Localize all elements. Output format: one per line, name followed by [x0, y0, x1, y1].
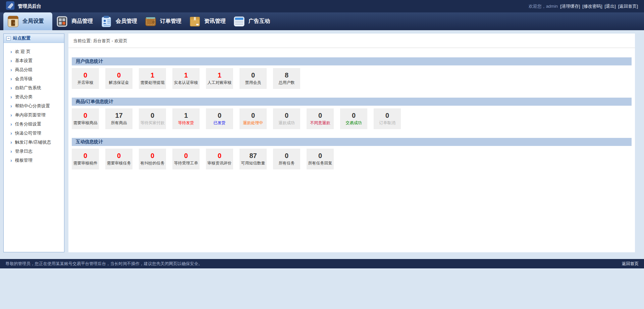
tab-label: 广告互动	[249, 18, 270, 25]
stat-label: 所有商品	[111, 120, 127, 126]
stat-card: 1 实名认证审核	[172, 68, 200, 89]
stat-card-row: 0 需要审核稿件 0 需要审核任务 0 有纠纷的任务 0 等待受理工单 0	[72, 149, 632, 169]
sidebar-item-login-logs[interactable]: ›登录日志	[4, 147, 64, 156]
stat-label: 总用户数	[279, 80, 295, 86]
footer-back-home-link[interactable]: 返回首页	[622, 261, 639, 267]
stat-value: 0	[285, 112, 288, 119]
stat-label: 所有任务回复	[308, 160, 332, 166]
chevron-right-icon: ›	[10, 76, 12, 82]
wallet-icon	[144, 15, 157, 28]
section-interaction-stats: 互动信息统计 0 需要审核稿件 0 需要审核任务 0 有纠纷的任务 0 等待受理…	[72, 138, 632, 169]
stat-card: 0 等待买家付款	[139, 108, 166, 129]
welcome-text: 欢迎您，admin	[529, 3, 558, 9]
sidebar-item-help-center-categories[interactable]: ›帮助中心分类设置	[4, 101, 64, 110]
stat-value: 0	[84, 72, 87, 79]
stat-label: 人工对账审核	[208, 80, 232, 86]
sidebar-header-site-config[interactable]: − 站点配置	[4, 34, 64, 43]
tab-news-management[interactable]: 资讯管理	[185, 12, 229, 30]
sidebar-menu: ›欢 迎 页 ›基本设置 ›商品分组 ›会员等级 ›自助广告系统 ›资讯分类 ›…	[4, 47, 64, 165]
topbar-brand: 管理员后台	[6, 1, 41, 11]
sidebar-item-task-groups[interactable]: ›任务分组设置	[4, 119, 64, 128]
stat-value: 1	[184, 112, 188, 119]
tab-member-management[interactable]: 会员管理	[97, 12, 141, 30]
sidebar-item-template-management[interactable]: ›模板管理	[4, 156, 64, 165]
stat-card: 0 禁用会员	[239, 68, 267, 89]
stat-value: 0	[117, 152, 121, 159]
news-list-icon	[233, 15, 246, 28]
stat-value: 0	[385, 112, 389, 119]
stat-value: 0	[251, 112, 255, 119]
section-title: 用户信息统计	[72, 57, 632, 65]
stat-card: 0 开店审核	[72, 68, 99, 89]
section-title: 互动信息统计	[72, 138, 632, 146]
stat-card: 1 需要处理提现	[139, 68, 166, 89]
sidebar-item-trigger-order-shop-status[interactable]: ›触发订单/店铺状态	[4, 138, 64, 147]
chevron-right-icon: ›	[10, 158, 12, 163]
breadcrumb: 当前位置: 后台首页 - 欢迎页	[68, 34, 635, 48]
stat-value: 0	[218, 152, 221, 159]
app-title: 管理员后台	[18, 3, 41, 9]
stat-label: 等待发货	[178, 120, 194, 126]
chevron-right-icon: ›	[10, 149, 12, 154]
sidebar-item-label: 商品分组	[15, 67, 33, 73]
main-panel: 当前位置: 后台首页 - 欢迎页 用户信息统计 0 开店审核 0 解冻保证金 1…	[68, 34, 635, 252]
stat-value: 0	[84, 152, 87, 159]
stat-label: 退款处理中	[243, 120, 263, 126]
sidebar-item-news-categories[interactable]: ›资讯分类	[4, 92, 64, 101]
sidebar-item-welcome-page[interactable]: ›欢 迎 页	[4, 47, 64, 56]
chevron-right-icon: ›	[10, 85, 12, 91]
sidebar-item-self-ad-system[interactable]: ›自助广告系统	[4, 83, 64, 92]
package-icon	[189, 15, 201, 28]
tab-label: 资讯管理	[204, 18, 226, 25]
sidebar-item-express-companies[interactable]: ›快递公司管理	[4, 128, 64, 138]
stat-label: 禁用会员	[245, 80, 261, 86]
stat-card: 0 需要审核任务	[105, 149, 132, 169]
logout-link[interactable]: [退出]	[605, 3, 616, 9]
stat-value: 0	[352, 112, 356, 119]
stat-card: 0 解冻保证金	[105, 68, 132, 89]
sidebar-item-label: 单内容页面管理	[15, 112, 46, 118]
section-user-stats: 用户信息统计 0 开店审核 0 解冻保证金 1 需要处理提现 1 实名认证审核	[72, 57, 632, 89]
stat-value: 0	[151, 112, 154, 119]
stat-value: 1	[151, 72, 154, 79]
tab-label: 全局设置	[22, 18, 44, 25]
stat-card: 0 需要审核商品	[72, 108, 99, 129]
stat-label: 解冻保证金	[109, 80, 129, 86]
sidebar-item-single-page-management[interactable]: ›单内容页面管理	[4, 110, 64, 119]
stat-card: 0 等待受理工单	[172, 149, 200, 169]
collapse-minus-icon[interactable]: −	[6, 36, 11, 41]
products-grid-icon	[56, 15, 68, 28]
sidebar-item-label: 基本设置	[15, 58, 33, 64]
tab-label: 会员管理	[116, 18, 137, 25]
back-home-link[interactable]: [返回首页]	[618, 3, 638, 9]
clear-cache-link[interactable]: [清理缓存]	[560, 3, 580, 9]
stat-value: 17	[115, 112, 122, 119]
sidebar-header-label: 站点配置	[13, 35, 31, 41]
member-card-icon	[100, 15, 113, 28]
stat-card-row: 0 需要审核商品 17 所有商品 0 等待买家付款 1 等待发货 0 已发货	[72, 108, 632, 129]
footer: 尊敬的管理员，您正在使用某某账号交易平台管理后台，当长时间不操作，建议您先关闭网…	[0, 259, 644, 268]
chevron-right-icon: ›	[10, 131, 12, 136]
chevron-right-icon: ›	[10, 140, 12, 145]
stat-value: 1	[184, 72, 188, 79]
sidebar-item-basic-settings[interactable]: ›基本设置	[4, 56, 64, 65]
stat-value: 0	[151, 152, 154, 159]
stat-value: 0	[285, 152, 288, 159]
topbar-user-area: 欢迎您，admin [清理缓存] [修改密码] [退出] [返回首页]	[529, 3, 638, 9]
stat-value: 0	[117, 72, 121, 79]
stat-label: 所有任务	[279, 160, 295, 166]
chevron-right-icon: ›	[10, 67, 12, 72]
tab-label: 订单管理	[160, 18, 181, 25]
tab-global-settings[interactable]: 全局设置	[3, 12, 52, 30]
sidebar-item-label: 欢 迎 页	[15, 49, 31, 55]
tab-order-management[interactable]: 订单管理	[141, 12, 185, 30]
stat-label: 退款成功	[279, 120, 295, 126]
sidebar-item-product-groups[interactable]: ›商品分组	[4, 65, 64, 74]
change-password-link[interactable]: [修改密码]	[582, 3, 602, 9]
stat-value: 0	[318, 112, 322, 119]
sidebar-item-member-levels[interactable]: ›会员等级	[4, 74, 64, 83]
sidebar-item-label: 模板管理	[15, 157, 33, 163]
tab-ad-interaction[interactable]: 广告互动	[229, 12, 274, 30]
section-title: 商品/订单信息统计	[72, 98, 632, 106]
tab-product-management[interactable]: 商品管理	[52, 12, 97, 30]
